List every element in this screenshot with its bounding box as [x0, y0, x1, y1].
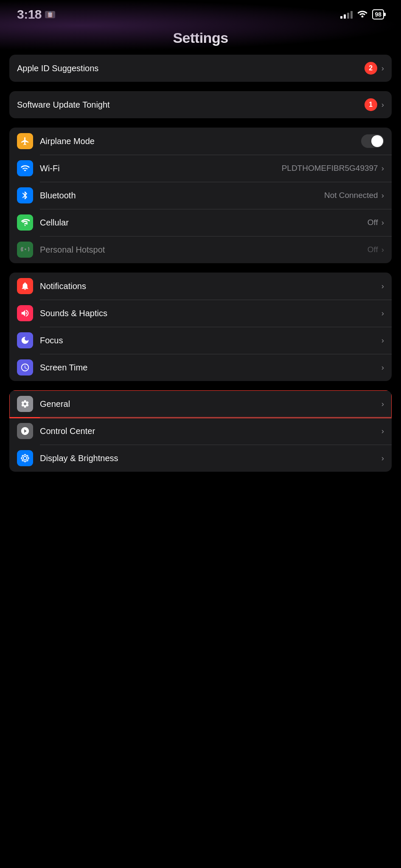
apple-id-chevron: ›	[381, 64, 384, 73]
connectivity-cellular-item[interactable]: Cellular Off›	[9, 209, 392, 236]
focus-icon	[17, 332, 33, 348]
connectivity-airplane-item[interactable]: Airplane Mode	[9, 128, 392, 155]
general-icon	[17, 396, 33, 412]
cellular-icon	[17, 214, 33, 231]
general-controlcenter-item[interactable]: Control Center ›	[9, 417, 392, 445]
wifi-label: Wi-Fi	[40, 164, 282, 173]
hotspot-label: Personal Hotspot	[40, 245, 367, 255]
screentime-label: Screen Time	[40, 363, 381, 373]
software-update-section: Software Update Tonight 1 ›	[9, 91, 392, 118]
display-label: Display & Brightness	[40, 453, 381, 463]
controlcenter-chevron: ›	[381, 426, 384, 436]
system-notifications-item[interactable]: Notifications ›	[9, 273, 392, 300]
software-update-item[interactable]: Software Update Tonight 1 ›	[9, 91, 392, 118]
system-focus-item[interactable]: Focus ›	[9, 327, 392, 354]
connectivity-bluetooth-item[interactable]: Bluetooth Not Connected›	[9, 182, 392, 209]
connectivity-wifi-item[interactable]: Wi-Fi PLDTHOMEFIBR5G49397›	[9, 155, 392, 182]
airplane-label: Airplane Mode	[40, 136, 361, 146]
apple-id-section: Apple ID Suggestions 2 ›	[9, 55, 392, 82]
bluetooth-value: Not Connected	[324, 191, 378, 200]
focus-chevron: ›	[381, 336, 384, 345]
software-update-chevron: ›	[381, 100, 384, 109]
bluetooth-icon	[17, 187, 33, 203]
status-time: 3:18	[17, 7, 42, 22]
cellular-label: Cellular	[40, 218, 367, 228]
bluetooth-label: Bluetooth	[40, 191, 324, 200]
page-title: Settings	[0, 25, 401, 55]
battery-level: 98	[375, 11, 381, 18]
cellular-chevron: ›	[381, 218, 384, 227]
general-label: General	[40, 399, 381, 409]
focus-label: Focus	[40, 336, 381, 345]
general-section: General › Control Center › Display & Bri…	[9, 390, 392, 472]
notifications-label: Notifications	[40, 281, 381, 291]
airplane-toggle[interactable]	[361, 134, 384, 148]
screentime-icon	[17, 359, 33, 376]
controlcenter-icon	[17, 423, 33, 439]
software-update-label: Software Update Tonight	[17, 100, 365, 110]
hotspot-chevron: ›	[381, 245, 384, 254]
sounds-icon	[17, 305, 33, 321]
bluetooth-chevron: ›	[381, 191, 384, 200]
display-chevron: ›	[381, 453, 384, 463]
wifi-icon	[357, 9, 368, 20]
display-icon	[17, 450, 33, 466]
system-screentime-item[interactable]: Screen Time ›	[9, 354, 392, 381]
sounds-label: Sounds & Haptics	[40, 309, 381, 318]
signal-icon	[340, 10, 353, 19]
wifi-icon	[17, 160, 33, 176]
system-sounds-item[interactable]: Sounds & Haptics ›	[9, 300, 392, 327]
sounds-chevron: ›	[381, 309, 384, 318]
airplane-icon	[17, 133, 33, 149]
software-update-badge: 1	[365, 98, 377, 111]
wifi-value: PLDTHOMEFIBR5G49397	[282, 164, 378, 173]
cellular-value: Off	[367, 218, 378, 227]
status-icons: 98	[340, 9, 384, 20]
apple-id-label: Apple ID Suggestions	[17, 64, 365, 73]
connectivity-hotspot-item[interactable]: Personal Hotspot Off›	[9, 236, 392, 263]
controlcenter-label: Control Center	[40, 426, 381, 436]
notification-status-icon: 📋	[45, 11, 55, 18]
hotspot-value: Off	[367, 245, 378, 254]
general-chevron: ›	[381, 399, 384, 409]
general-display-item[interactable]: Display & Brightness ›	[9, 445, 392, 472]
apple-id-suggestions-item[interactable]: Apple ID Suggestions 2 ›	[9, 55, 392, 82]
battery-icon: 98	[372, 9, 384, 19]
notifications-icon	[17, 278, 33, 294]
general-general-item[interactable]: General ›	[9, 390, 392, 417]
system-section: Notifications › Sounds & Haptics › Focus…	[9, 273, 392, 381]
notifications-chevron: ›	[381, 281, 384, 291]
screentime-chevron: ›	[381, 363, 384, 372]
status-bar: 3:18 📋 98	[0, 0, 401, 25]
wifi-chevron: ›	[381, 164, 384, 173]
connectivity-section: Airplane Mode Wi-Fi PLDTHOMEFIBR5G49397›…	[9, 128, 392, 263]
hotspot-icon	[17, 242, 33, 258]
apple-id-badge: 2	[365, 62, 377, 75]
